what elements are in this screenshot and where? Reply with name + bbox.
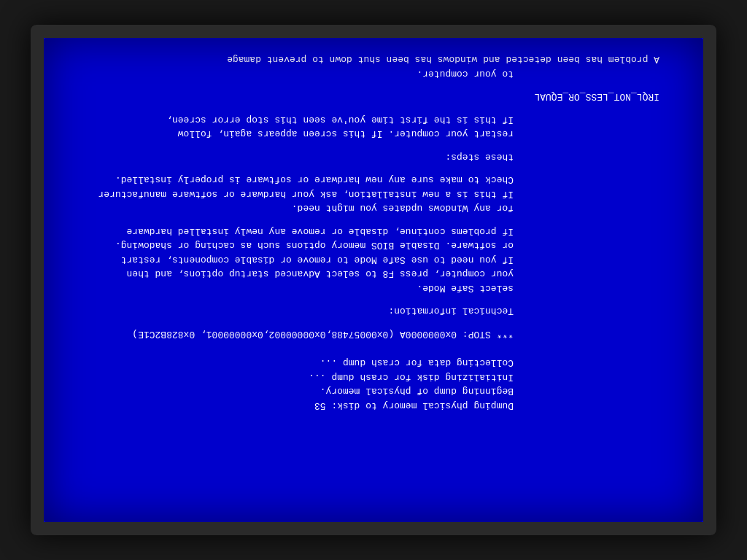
- main-error-line: A problem has been detected and windows …: [88, 52, 659, 67]
- to-your-computer-line: to your computer.: [88, 67, 659, 82]
- safe-mode-remove-line: If you need to use Safe Mode to remove o…: [88, 253, 659, 268]
- f8-line: your computer, press F8 to select Advanc…: [88, 267, 659, 281]
- dump-line-1: Dumping physical memory to disk: 53: [88, 399, 659, 413]
- restart-line: restart your computer. If this screen ap…: [88, 127, 659, 141]
- bsod-screen: Dumping physical memory to disk: 53 Begi…: [44, 38, 703, 522]
- first-time-line: If this is the first time you've seen th…: [88, 113, 659, 128]
- check-install-line: Check to make sure any new hardware or s…: [88, 173, 659, 187]
- dump-line-3: Initializing disk for crash dump ...: [88, 370, 659, 385]
- stop-code: *** STOP: 0x0000000A (0x00057488,0x00000…: [88, 327, 659, 342]
- dump-line-4: Collecting data for crash dump ...: [88, 356, 659, 370]
- these-steps-line: these steps:: [88, 150, 659, 165]
- safe-mode-line: select Safe Mode.: [88, 281, 659, 296]
- windows-updates-line: for any Windows updates you might need.: [88, 201, 659, 216]
- problems-continue-line: If problems continue, disable or remove …: [88, 225, 659, 239]
- bios-line: or software. Disable BIOS memory options…: [88, 238, 659, 253]
- monitor-frame: Dumping physical memory to disk: 53 Begi…: [31, 25, 716, 535]
- dump-line-2: Beginning dump of physical memory.: [88, 384, 659, 399]
- tech-info-label: Technical information:: [88, 304, 659, 319]
- new-install-line: If this is a new installation, ask your …: [88, 187, 659, 202]
- error-code-line: IRQL_NOT_LESS_OR_EQUAL: [88, 90, 659, 104]
